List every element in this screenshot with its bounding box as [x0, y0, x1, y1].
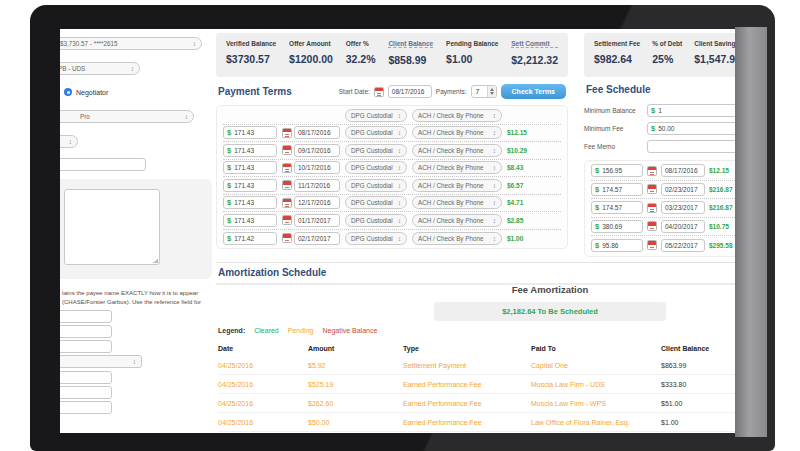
fee-amount-input[interactable]: $95.86 [591, 239, 643, 252]
payments-stepper[interactable]: 7 [471, 85, 497, 98]
calendar-icon[interactable] [647, 166, 657, 176]
select-arrow-icon: ↕ [133, 358, 136, 365]
select-arrow-icon: ↕ [185, 113, 188, 120]
fee-amount-input[interactable]: $174.57 [591, 201, 643, 214]
sidebar-input[interactable] [60, 158, 146, 171]
custodial-select[interactable]: DPG Custodial↕ [345, 214, 407, 227]
minimum-balance-field: Minimum Balance $1 [584, 104, 735, 117]
fee-amount-input[interactable]: $174.57 [591, 183, 643, 196]
fee-row-value: $12.15 [709, 167, 729, 174]
method-select[interactable]: ACH / Check By Phone↕ [412, 214, 502, 227]
fee-date-input[interactable]: 04/20/2017 [661, 220, 705, 233]
account-select[interactable]: -$3,730.57 - ****2615 ↕ [60, 37, 202, 50]
custodial-select[interactable]: DPG Custodial↕ [345, 144, 407, 157]
notes-card [60, 179, 212, 279]
stepper-down-icon[interactable] [488, 92, 496, 98]
method-select[interactable]: ACH / Check By Phone↕ [412, 196, 502, 209]
check-terms-button[interactable]: Check Terms [501, 84, 566, 99]
amortization-row: 04/25/2016 $525.19 Earned Performance Fe… [218, 375, 735, 394]
legend: Legend: Cleared Pending Negative Balance [218, 327, 377, 334]
fee-schedule-title: Fee Schedule [584, 82, 735, 99]
row-balance: $8.43 [507, 164, 523, 171]
calendar-icon[interactable] [282, 163, 292, 173]
fee-date-input[interactable]: 05/22/2017 [661, 239, 705, 252]
start-date-input[interactable]: 08/17/2016 [388, 85, 432, 98]
sidebar-input[interactable] [60, 386, 112, 399]
fee-date-input[interactable]: 08/17/2016 [661, 164, 705, 177]
method-select[interactable]: ACH / Check By Phone↕ [412, 161, 502, 174]
payee-instructions-line2: (CHASE/Forster Garbus). Use the referenc… [62, 298, 212, 307]
payment-date-input[interactable]: 11/17/2016 [294, 179, 340, 192]
calendar-icon[interactable] [282, 145, 292, 155]
method-select[interactable]: ACH / Check By Phone↕ [412, 144, 502, 157]
custodial-select[interactable]: DPG Custodial↕ [345, 179, 407, 192]
payment-amount-input[interactable]: $171.43 [223, 126, 277, 139]
method-select[interactable]: ACH / Check By Phone↕ [412, 179, 502, 192]
select-arrow-icon: ↕ [398, 129, 401, 136]
sidebar-input[interactable] [60, 340, 112, 353]
calendar-icon[interactable] [647, 184, 657, 194]
select-arrow-icon: ↕ [398, 182, 401, 189]
minimum-balance-input[interactable]: $1 [647, 104, 735, 117]
fee-amount-input[interactable]: $380.69 [591, 220, 643, 233]
calendar-icon[interactable] [647, 240, 657, 250]
sidebar-input[interactable] [60, 401, 112, 414]
payment-amount-input[interactable]: $171.43 [223, 179, 277, 192]
account-select-value: -$3,730.57 - ****2615 [60, 40, 118, 47]
payment-date-input[interactable]: 01/17/2017 [294, 214, 340, 227]
calendar-icon[interactable] [282, 128, 292, 138]
fee-date-input[interactable]: 03/23/2017 [661, 201, 705, 214]
payee-instructions: tains the payee name EXACTLY how it is t… [62, 289, 212, 306]
calendar-icon[interactable] [282, 180, 292, 190]
method-select[interactable]: ACH / Check By Phone↕ [412, 232, 502, 245]
start-date-label: Start Date: [339, 88, 370, 95]
calendar-icon[interactable] [374, 87, 384, 97]
calendar-icon[interactable] [282, 215, 292, 225]
custodial-default-select[interactable]: DPG Custodial ↕ [345, 109, 407, 122]
minimum-fee-input[interactable]: $50.00 [647, 122, 735, 135]
payment-amount-input[interactable]: $171.43 [223, 214, 277, 227]
custodial-select[interactable]: DPG Custodial↕ [345, 126, 407, 139]
fee-memo-input[interactable] [647, 140, 735, 153]
client-balance-link[interactable]: Client Balance [388, 40, 433, 48]
payment-date-input[interactable]: 02/17/2017 [294, 232, 340, 245]
sett-commit-link[interactable]: Sett Commit [511, 40, 558, 48]
amortization-header-row: Date Amount Type Paid To Client Balance [218, 341, 735, 356]
sidebar-input[interactable] [60, 310, 112, 323]
program-select[interactable]: PB - UDS ↕ [60, 62, 140, 75]
payment-date-input[interactable]: 12/17/2016 [294, 196, 340, 209]
sidebar-input[interactable] [60, 325, 112, 338]
payment-date-input[interactable]: 10/17/2016 [294, 161, 340, 174]
notes-textarea[interactable] [64, 189, 160, 265]
payment-row: $171.43 12/17/2016 DPG Custodial↕ ACH / … [223, 195, 561, 213]
row-balance: $10.29 [507, 147, 527, 154]
payment-date-input[interactable]: 08/17/2016 [294, 126, 340, 139]
payment-date-input[interactable]: 09/17/2016 [294, 144, 340, 157]
calendar-icon[interactable] [647, 203, 657, 213]
calendar-icon[interactable] [282, 198, 292, 208]
left-sidebar: -$3,730.57 - ****2615 ↕ PB - UDS ↕ Negot… [60, 29, 214, 433]
row-balance: $6.57 [507, 182, 523, 189]
dollar-icon: $ [227, 163, 231, 172]
method-select[interactable]: ACH / Check By Phone↕ [412, 126, 502, 139]
custodial-select[interactable]: DPG Custodial↕ [345, 161, 407, 174]
pro-select[interactable]: Pro ↕ [60, 110, 194, 123]
method-default-select[interactable]: ACH / Check By Phone ↕ [412, 109, 502, 122]
calendar-icon[interactable] [647, 221, 657, 231]
select-arrow-icon: ↕ [493, 199, 496, 206]
payment-amount-input[interactable]: $171.43 [223, 144, 277, 157]
payment-amount-input[interactable]: $171.43 [223, 161, 277, 174]
mini-select[interactable]: ↕ [60, 135, 78, 148]
custodial-select[interactable]: DPG Custodial↕ [345, 232, 407, 245]
payment-amount-input[interactable]: $171.42 [223, 232, 277, 245]
sidebar-input[interactable] [60, 371, 112, 384]
calendar-icon[interactable] [282, 233, 292, 243]
payments-count: 7 [472, 86, 487, 97]
fee-date-input[interactable]: 02/23/2017 [661, 183, 705, 196]
negotiator-radio[interactable] [64, 88, 72, 96]
custodial-select[interactable]: DPG Custodial↕ [345, 196, 407, 209]
dollar-icon: $ [595, 203, 599, 212]
payment-amount-input[interactable]: $171.43 [223, 196, 277, 209]
fee-amount-input[interactable]: $156.95 [591, 164, 643, 177]
sidebar-select[interactable]: ↕ [60, 355, 142, 368]
